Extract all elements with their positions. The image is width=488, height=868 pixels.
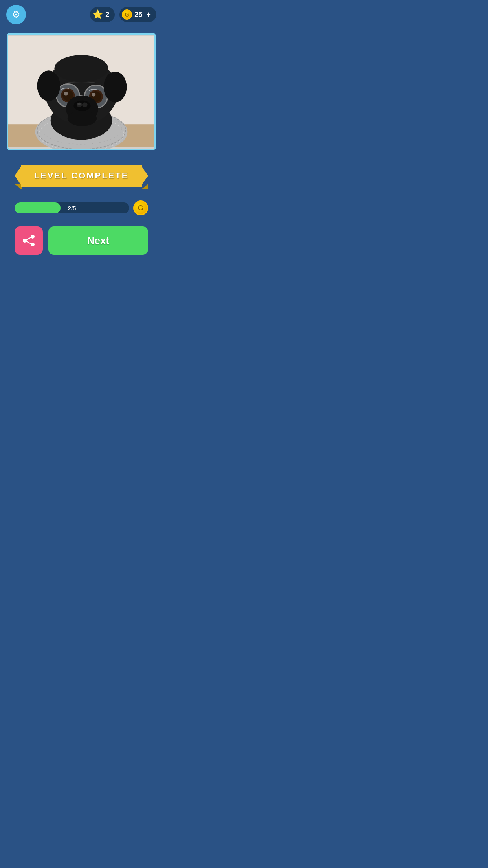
stars-count: 2 (105, 11, 109, 19)
coins-badge: G 25 + (119, 7, 156, 22)
svg-point-33 (37, 70, 60, 101)
gear-icon: ⚙ (12, 9, 20, 20)
add-coins-button[interactable]: + (146, 10, 151, 19)
svg-point-34 (104, 72, 127, 102)
svg-line-40 (25, 241, 33, 245)
puzzle-image-container (7, 33, 156, 150)
progress-fill (15, 202, 61, 213)
progress-section: 2/5 G (15, 200, 148, 215)
svg-point-30 (82, 102, 88, 107)
svg-point-35 (54, 55, 108, 82)
pug-illustration (8, 35, 154, 149)
share-button[interactable] (15, 226, 43, 255)
svg-point-28 (73, 101, 90, 111)
stars-badge: ⭐ 2 (90, 7, 115, 22)
coins-count: 25 (134, 11, 142, 19)
progress-label: 2/5 (68, 205, 76, 211)
banner-shape: LEVEL COMPLETE (15, 162, 148, 189)
svg-point-26 (92, 93, 95, 97)
coin-icon: G (122, 9, 132, 20)
svg-line-39 (25, 237, 33, 241)
next-button[interactable]: Next (48, 226, 148, 255)
svg-point-31 (77, 103, 81, 105)
settings-button[interactable]: ⚙ (6, 5, 26, 24)
puzzle-image (8, 35, 154, 149)
level-complete-text: LEVEL COMPLETE (34, 171, 129, 181)
star-icon: ⭐ (92, 9, 103, 20)
banner-right-tail (140, 165, 148, 187)
action-buttons: Next (15, 226, 148, 255)
svg-point-32 (68, 111, 97, 126)
header: ⚙ ⭐ 2 G 25 + (0, 0, 163, 29)
level-complete-banner: LEVEL COMPLETE (15, 162, 148, 189)
progress-coin-icon: G (133, 200, 148, 215)
svg-point-23 (64, 92, 68, 96)
progress-bar: 2/5 (15, 202, 129, 213)
share-icon (22, 234, 35, 247)
